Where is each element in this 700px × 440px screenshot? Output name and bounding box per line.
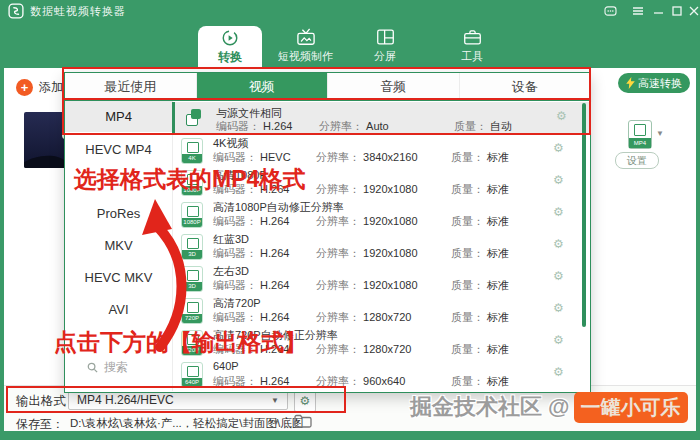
format-doc-icon: 640P bbox=[181, 362, 203, 388]
tab-tools[interactable]: 工具 bbox=[461, 28, 483, 64]
tab-split-screen-label: 分屏 bbox=[374, 49, 396, 64]
fast-convert-label: 高速转换 bbox=[638, 76, 682, 91]
tab-video-maker-label: 短视频制作 bbox=[278, 49, 333, 64]
format-chip-label: MP4 bbox=[629, 138, 651, 148]
format-doc-icon: 4K bbox=[181, 138, 203, 164]
minimize-icon[interactable] bbox=[651, 4, 666, 18]
annotation-arrow-up bbox=[132, 195, 196, 353]
chevron-down-icon[interactable]: ▼ bbox=[656, 129, 664, 138]
tools-icon bbox=[463, 28, 482, 46]
app-title: 数据蛙视频转换器 bbox=[30, 4, 126, 19]
lightning-icon bbox=[626, 77, 635, 89]
preset-row-sbs-3d[interactable]: 3D 左右3D 编码器： H.264 分辨率： 1920x1080 质量： 标准… bbox=[172, 262, 590, 294]
preset-row-1080p-auto[interactable]: 1080P 高清1080P自动修正分辨率 编码器： H.264 分辨率： 192… bbox=[172, 198, 590, 230]
menu-icon[interactable] bbox=[630, 4, 645, 18]
video-maker-icon bbox=[296, 28, 316, 46]
plus-icon: + bbox=[16, 79, 33, 96]
preset-gear-icon[interactable]: ⚙ bbox=[553, 142, 564, 154]
category-hevc-mp4[interactable]: HEVC MP4 bbox=[65, 134, 172, 164]
titlebar: 数据蛙视频转换器 bbox=[0, 0, 700, 22]
preset-gear-icon[interactable]: ⚙ bbox=[553, 334, 564, 346]
preset-gear-icon[interactable]: ⚙ bbox=[553, 302, 564, 314]
preset-gear-icon[interactable]: ⚙ bbox=[553, 366, 564, 378]
window-bottom-border bbox=[0, 431, 700, 440]
watermark-prefix: 掘金技术社区 @ bbox=[410, 392, 570, 422]
feedback-chat-icon[interactable] bbox=[603, 4, 618, 18]
search-label: 搜索 bbox=[104, 359, 128, 376]
annotation-select-format: 选择格式表的MP4格式 bbox=[74, 164, 305, 195]
output-format-chip[interactable]: MP4 bbox=[628, 120, 652, 149]
preset-gear-icon[interactable]: ⚙ bbox=[553, 238, 564, 250]
annotation-rect-tabs bbox=[62, 67, 591, 100]
watermark: 掘金技术社区 @ 一罐小可乐 bbox=[410, 392, 688, 422]
settings-button[interactable]: 设置 bbox=[615, 152, 659, 169]
convert-icon bbox=[221, 29, 239, 47]
scrollbar-thumb[interactable] bbox=[582, 103, 586, 327]
fast-convert-button[interactable]: 高速转换 bbox=[618, 73, 690, 93]
tab-convert[interactable]: 转换 bbox=[198, 26, 262, 68]
save-path-value: D:\袁林炫\袁林炫·产...，轻松搞定\封面图\底图 bbox=[70, 416, 303, 431]
tab-tools-label: 工具 bbox=[461, 49, 483, 64]
preset-gear-icon[interactable]: ⚙ bbox=[553, 174, 564, 186]
split-screen-icon bbox=[376, 28, 395, 46]
preset-row-anaglyph-3d[interactable]: 3D 红蓝3D 编码器： H.264 分辨率： 1920x1080 质量： 标准… bbox=[172, 230, 590, 262]
preset-gear-icon[interactable]: ⚙ bbox=[553, 206, 564, 218]
close-icon[interactable] bbox=[686, 4, 700, 18]
preset-gear-icon[interactable]: ⚙ bbox=[553, 270, 564, 282]
silhouette bbox=[24, 153, 70, 168]
settings-label: 设置 bbox=[627, 154, 647, 168]
tab-split-screen[interactable]: 分屏 bbox=[374, 28, 396, 64]
annotation-rect-output-format bbox=[6, 386, 346, 413]
browse-folder-icon[interactable] bbox=[294, 414, 312, 428]
tab-video-maker[interactable]: 短视频制作 bbox=[278, 28, 333, 64]
search-icon bbox=[87, 362, 98, 373]
watermark-highlight: 一罐小可乐 bbox=[574, 392, 688, 423]
preset-row-4k[interactable]: 4K 4K视频 编码器： HEVC 分辨率： 3840x2160 质量： 标准 … bbox=[172, 134, 590, 166]
chevron-down-icon[interactable]: ▼ bbox=[272, 418, 280, 427]
preset-row-720p[interactable]: 720P 高清720P 编码器： H.264 分辨率： 1280x720 质量：… bbox=[172, 294, 590, 326]
maximize-icon[interactable] bbox=[669, 4, 684, 18]
annotation-rect-mp4-row bbox=[62, 98, 591, 135]
tab-convert-label: 转换 bbox=[218, 49, 242, 66]
app-logo-icon bbox=[8, 3, 24, 19]
